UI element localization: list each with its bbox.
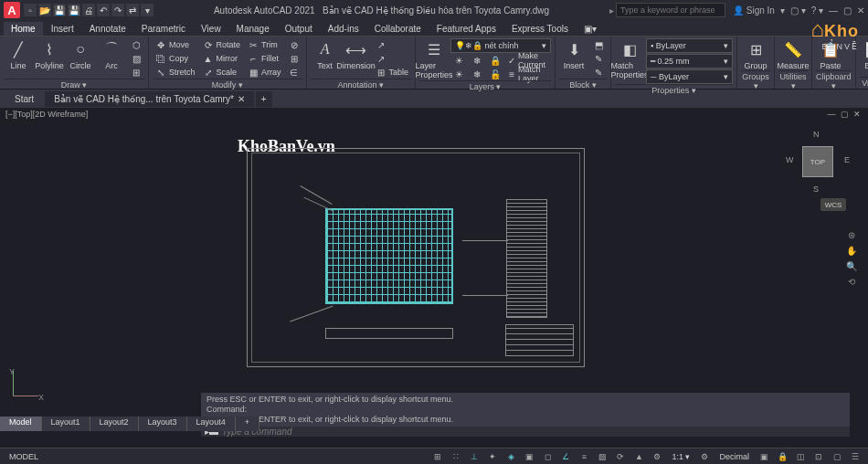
block-btn2[interactable]: ✎ xyxy=(590,52,607,65)
layer-btn4[interactable]: ☀ xyxy=(450,68,467,80)
rotate-button[interactable]: ⟳Rotate xyxy=(200,38,244,51)
layout-add[interactable]: + xyxy=(236,417,259,431)
layer-props-button[interactable]: ☰Layer Properties xyxy=(419,38,449,79)
vp-max-icon[interactable]: ▢ xyxy=(839,110,850,119)
status-lock-icon[interactable]: 🔒 xyxy=(775,450,789,463)
measure-button[interactable]: 📏Measure xyxy=(778,38,808,70)
arc-button[interactable]: ⌒Arc xyxy=(97,38,126,70)
maximize-icon[interactable]: ▢ xyxy=(843,5,852,16)
signin-link[interactable]: 👤 Sign In xyxy=(733,5,775,16)
drawing-canvas[interactable]: KhoBanVe.vn Copyright © KhoBanVe.vn TOP … xyxy=(0,121,868,448)
draw-misc1[interactable]: ⬡ xyxy=(128,38,144,51)
draw-misc3[interactable]: ⊞ xyxy=(128,66,144,79)
lineweight-combo[interactable]: ━ 0.25 mm▾ xyxy=(646,54,733,69)
layout-4[interactable]: Layout4 xyxy=(187,417,236,431)
status-gear-icon[interactable]: ⚙ xyxy=(697,450,712,463)
qat-dropdown-icon[interactable]: ▾ xyxy=(141,4,153,16)
navwheel-icon[interactable]: ⊛ xyxy=(848,230,855,240)
pan-icon[interactable]: ✋ xyxy=(846,246,857,256)
status-custom-icon[interactable]: ☰ xyxy=(848,450,863,463)
panel-draw-title[interactable]: Draw ▾ xyxy=(4,79,144,90)
compass-s[interactable]: S xyxy=(813,185,819,194)
modify-misc3[interactable]: ∈ xyxy=(286,66,302,79)
tab-view[interactable]: View xyxy=(194,22,228,36)
wcs-button[interactable]: WCS xyxy=(820,198,846,211)
layer-btn5[interactable]: ❄ xyxy=(469,68,485,80)
tab-parametric[interactable]: Parametric xyxy=(134,22,193,36)
fillet-button[interactable]: ⌐Fillet xyxy=(245,52,284,65)
filetab-current[interactable]: Bản vẽ CAD Hệ thống... trên Toyota Camry… xyxy=(45,91,254,107)
tab-home[interactable]: Home xyxy=(4,22,43,36)
line-button[interactable]: ╱Line xyxy=(4,38,33,70)
status-ortho-icon[interactable]: ⊥ xyxy=(467,450,482,463)
status-annoscale-icon[interactable]: ▲ xyxy=(631,450,646,463)
status-auto-icon[interactable]: ⚙ xyxy=(650,450,664,463)
status-lineweight-icon[interactable]: ≡ xyxy=(577,450,591,463)
insert-button[interactable]: ⬇Insert xyxy=(559,38,588,70)
table-button[interactable]: ⊞Table xyxy=(373,66,412,79)
tab-express[interactable]: Express Tools xyxy=(504,22,576,36)
linetype-combo[interactable]: ─ ByLayer▾ xyxy=(646,69,733,84)
panel-annotation-title[interactable]: Annotation ▾ xyxy=(311,79,412,90)
panel-modify-title[interactable]: Modify ▾ xyxy=(153,79,302,90)
modify-misc2[interactable]: ⊞ xyxy=(286,52,302,65)
status-clean-icon[interactable]: ▢ xyxy=(830,450,844,463)
panel-view-title[interactable]: View ▾ xyxy=(860,77,868,89)
qat-redo-icon[interactable]: ↷ xyxy=(111,4,124,16)
command-input[interactable] xyxy=(222,427,846,437)
color-combo[interactable]: ▪ ByLayer▾ xyxy=(646,38,733,53)
vp-close-icon[interactable]: ✕ xyxy=(852,110,863,119)
dimension-button[interactable]: ⟷Dimension xyxy=(342,38,371,70)
block-btn3[interactable]: ✎ xyxy=(590,66,607,79)
layout-model[interactable]: Model xyxy=(0,417,42,431)
status-model[interactable]: MODEL xyxy=(5,452,42,461)
draw-misc2[interactable]: ▨ xyxy=(128,52,144,65)
stretch-button[interactable]: ⤡Stretch xyxy=(153,66,198,79)
tab-insert[interactable]: Insert xyxy=(44,22,81,36)
status-units[interactable]: Decimal xyxy=(715,452,753,461)
layer-btn1[interactable]: ☀ xyxy=(450,54,467,67)
scale-button[interactable]: ⤢Scale xyxy=(200,66,244,79)
polyline-button[interactable]: ⌇Polyline xyxy=(35,38,64,70)
tab-output[interactable]: Output xyxy=(278,22,320,36)
qat-undo-icon[interactable]: ↶ xyxy=(97,4,110,16)
status-snap-icon[interactable]: ∷ xyxy=(449,450,463,463)
layer-btn3[interactable]: 🔒 xyxy=(487,54,503,67)
panel-block-title[interactable]: Block ▾ xyxy=(559,79,607,90)
modify-misc1[interactable]: ⊘ xyxy=(286,38,302,51)
status-otrack-icon[interactable]: ∠ xyxy=(558,450,573,463)
qat-new-icon[interactable]: ▫ xyxy=(24,4,37,16)
help-button[interactable]: ? ▾ xyxy=(811,5,823,16)
status-isodraft-icon[interactable]: ◈ xyxy=(503,450,518,463)
tab-featured[interactable]: Featured Apps xyxy=(429,22,503,36)
status-trans-icon[interactable]: ▨ xyxy=(595,450,609,463)
panel-props-title[interactable]: Properties ▾ xyxy=(615,84,733,96)
leader2-button[interactable]: ↗ xyxy=(373,52,412,65)
array-button[interactable]: ▦Array xyxy=(245,66,284,79)
tab-manage[interactable]: Manage xyxy=(229,22,277,36)
exchange-icon[interactable]: ▢ ▾ xyxy=(790,5,806,16)
tab-annotate[interactable]: Annotate xyxy=(82,22,133,36)
leader-button[interactable]: ↗ xyxy=(373,38,412,51)
qat-share-icon[interactable]: ⇄ xyxy=(126,4,139,16)
compass-e[interactable]: E xyxy=(844,155,850,164)
qat-saveas-icon[interactable]: 💾 xyxy=(68,4,80,16)
block-btn1[interactable]: ⬒ xyxy=(590,38,607,51)
orbit-icon[interactable]: ⟲ xyxy=(848,277,855,287)
status-qp-icon[interactable]: ▣ xyxy=(757,450,771,463)
mirror-button[interactable]: ▲Mirror xyxy=(200,52,244,65)
command-line[interactable]: ▸▬ xyxy=(201,427,850,437)
status-polar-icon[interactable]: ✦ xyxy=(485,450,500,463)
qat-plot-icon[interactable]: 🖨 xyxy=(82,4,95,16)
status-iso-icon[interactable]: ◫ xyxy=(793,450,808,463)
help-icon[interactable]: ▾ xyxy=(780,5,785,16)
app-logo[interactable]: A xyxy=(4,2,20,18)
match-layer-button[interactable]: ≡Match Layer xyxy=(505,68,551,80)
tab-close-icon[interactable]: ✕ xyxy=(238,94,245,104)
tab-addins[interactable]: Add-ins xyxy=(321,22,366,36)
status-grid-icon[interactable]: ⊞ xyxy=(430,450,445,463)
vp-min-icon[interactable]: ― xyxy=(826,110,837,119)
viewcube[interactable]: TOP xyxy=(802,146,833,177)
base-button[interactable]: ⬜Base xyxy=(860,38,868,70)
status-cycle-icon[interactable]: ⟳ xyxy=(613,450,628,463)
